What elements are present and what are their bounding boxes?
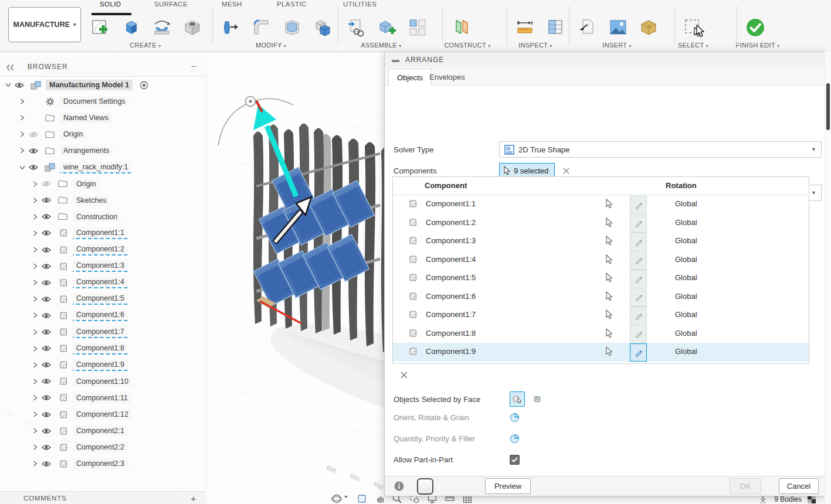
chevron-right-icon[interactable] (18, 131, 27, 137)
tree-row-component1-12[interactable]: Component1:12 (30, 407, 132, 422)
tree-label[interactable]: Origin (60, 129, 86, 139)
visibility-eye-icon[interactable] (40, 360, 53, 370)
visibility-eye-icon[interactable] (40, 343, 53, 354)
cursor-icon[interactable] (605, 309, 613, 322)
tree-label[interactable]: Origin (73, 179, 99, 189)
tree-row-component1-11[interactable]: Component1:11 (30, 390, 131, 406)
chevron-right-icon[interactable] (30, 444, 40, 450)
tree-label[interactable]: Component1:7 (73, 326, 128, 338)
visibility-eye-icon[interactable] (27, 162, 40, 173)
chevron-down-icon[interactable] (18, 165, 27, 170)
chevron-right-icon[interactable] (30, 247, 40, 253)
face-select-mode-a-button[interactable] (510, 391, 525, 407)
collapse-panel-icon[interactable]: ❮❮ (6, 64, 13, 70)
comments-bar[interactable]: COMMENTS + (0, 491, 206, 504)
extrude-tool-icon[interactable] (120, 15, 143, 40)
solver-type-dropdown[interactable]: 2D True Shape ▼ (499, 141, 822, 158)
tree-row-component1-5[interactable]: Component1:5 (30, 291, 128, 307)
tree-label[interactable]: Component2:3 (73, 458, 128, 469)
cursor-icon[interactable] (605, 199, 613, 211)
tree-row-component2-3[interactable]: Component2:3 (30, 456, 128, 471)
tree-label[interactable]: Component1:6 (73, 309, 128, 321)
visibility-eye-icon[interactable] (40, 442, 53, 452)
tree-row-component2-1[interactable]: Component2:1 (30, 423, 128, 438)
nav-caret-icon[interactable] (343, 493, 354, 504)
tree-label[interactable]: Component1:2 (73, 244, 128, 256)
tree-label[interactable]: Component1:3 (73, 260, 128, 272)
visibility-eye-icon[interactable] (40, 458, 53, 469)
table-row-component1-9[interactable]: Component1:9Global (393, 343, 809, 362)
group-label-construct[interactable]: CONSTRUCT ▾ (444, 42, 490, 49)
pattern-tool-icon[interactable] (406, 15, 429, 40)
chevron-right-icon[interactable] (30, 379, 40, 384)
edit-rotation-button[interactable] (630, 270, 647, 288)
quantity-sphere-icon[interactable] (510, 434, 520, 444)
info-icon[interactable] (394, 481, 404, 491)
edit-rotation-button[interactable] (630, 343, 647, 362)
visibility-eye-icon[interactable] (40, 376, 53, 387)
edit-rotation-button[interactable] (630, 233, 647, 251)
tree-label[interactable]: Document Settings (60, 96, 129, 107)
tree-label[interactable]: Sketches (73, 195, 110, 206)
tree-label[interactable]: Component1:1 (73, 227, 128, 239)
clear-selection-icon[interactable] (563, 168, 569, 174)
visibility-eye-icon[interactable] (40, 327, 53, 338)
joint-tool-icon[interactable] (345, 15, 368, 40)
chevron-right-icon[interactable] (30, 411, 40, 417)
nav-display-icon[interactable] (357, 493, 367, 504)
chevron-right-icon[interactable] (18, 148, 27, 154)
table-row-component1-5[interactable]: Component1:5Global (393, 269, 809, 288)
table-row-component1-6[interactable]: Component1:6Global (393, 288, 809, 307)
visibility-eye-icon[interactable] (40, 212, 53, 222)
chevron-right-icon[interactable] (18, 115, 27, 121)
canvas-tool-icon[interactable] (606, 15, 630, 40)
hole-tool-icon[interactable] (181, 15, 204, 40)
finish-tool-icon[interactable] (744, 15, 767, 40)
measure-tool-icon[interactable] (514, 15, 537, 40)
insertdoc-tool-icon[interactable] (576, 15, 599, 40)
tree-label[interactable]: Arrangements (60, 145, 113, 156)
add-comment-button[interactable]: + (191, 493, 196, 503)
cursor-icon[interactable] (605, 346, 613, 359)
table-row-component1-1[interactable]: Component1:1Global (393, 195, 809, 214)
tree-label[interactable]: Component1:12 (73, 409, 132, 420)
table-row-component1-7[interactable]: Component1:7Global (393, 306, 809, 325)
group-label-assemble[interactable]: ASSEMBLE ▾ (361, 42, 401, 49)
chevron-right-icon[interactable] (30, 329, 40, 335)
tree-row-component1-3[interactable]: Component1:3 (30, 258, 128, 274)
ribbon-tab-surface[interactable]: SURFACE (154, 1, 188, 11)
tree-row-component2-2[interactable]: Component2:2 (30, 440, 128, 455)
part-in-part-checkbox[interactable] (510, 455, 520, 465)
group-label-inspect[interactable]: INSPECT ▾ (518, 42, 552, 49)
revolve-tool-icon[interactable] (150, 15, 174, 40)
chevron-right-icon[interactable] (30, 461, 40, 466)
meshins-tool-icon[interactable] (637, 15, 660, 40)
ok-button[interactable]: OK (730, 478, 761, 494)
newcomp-tool-icon[interactable] (375, 15, 399, 40)
chevron-right-icon[interactable] (18, 98, 27, 104)
tree-row-origin[interactable]: Origin (30, 176, 99, 192)
visibility-eye-icon[interactable] (40, 277, 53, 288)
visibility-eye-icon[interactable] (40, 244, 53, 255)
visibility-eye-icon[interactable] (13, 80, 26, 90)
sketch-tool-icon[interactable] (89, 15, 113, 40)
tree-row-sketches[interactable]: Sketches (30, 193, 110, 208)
ribbon-tab-mesh[interactable]: MESH (222, 1, 242, 11)
chevron-down-icon[interactable] (4, 83, 13, 87)
shell-tool-icon[interactable] (280, 15, 304, 40)
chevron-right-icon[interactable] (30, 428, 40, 434)
chevron-right-icon[interactable] (30, 280, 40, 285)
vertical-scrollbar[interactable] (825, 52, 831, 504)
chevron-right-icon[interactable] (30, 197, 40, 203)
visibility-eye-icon[interactable] (40, 409, 53, 420)
tree-label[interactable]: Component1:4 (73, 277, 128, 288)
tree-label[interactable]: Component1:8 (73, 343, 128, 355)
table-row-component1-4[interactable]: Component1:4Global (393, 251, 809, 270)
tree-row-component1-8[interactable]: Component1:8 (30, 341, 128, 356)
edit-rotation-button[interactable] (630, 196, 647, 214)
tree-row-component1-7[interactable]: Component1:7 (30, 325, 128, 340)
cancel-button[interactable]: Cancel (779, 478, 819, 494)
tree-label[interactable]: Component1:11 (73, 393, 131, 403)
tree-row-document-settings[interactable]: Document Settings (18, 94, 129, 109)
edit-rotation-button[interactable] (630, 288, 647, 307)
